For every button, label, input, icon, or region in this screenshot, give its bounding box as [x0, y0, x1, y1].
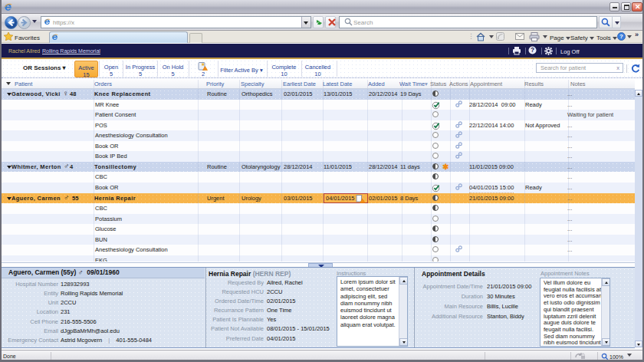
svg-text:?: ? — [531, 47, 534, 54]
svg-text:?: ? — [619, 33, 623, 40]
